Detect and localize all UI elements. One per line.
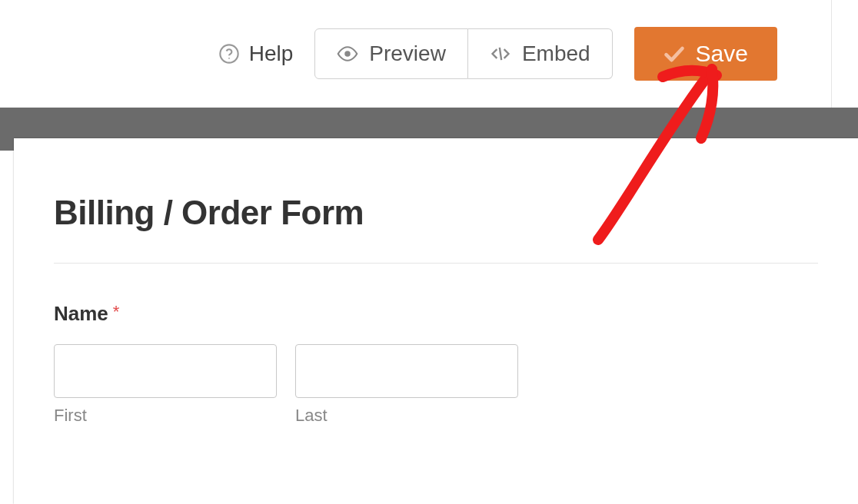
name-field-label: Name* (54, 302, 818, 326)
first-name-input[interactable] (54, 344, 277, 398)
eye-icon (337, 43, 358, 65)
name-inputs-row: First Last (54, 344, 818, 426)
divider (54, 263, 818, 264)
help-label: Help (249, 41, 294, 66)
last-name-column: Last (295, 344, 518, 426)
name-field: Name* First Last (54, 302, 818, 426)
preview-button[interactable]: Preview (314, 28, 468, 79)
svg-line-3 (500, 48, 501, 60)
embed-label: Embed (522, 41, 590, 66)
preview-embed-group: Preview Embed (314, 28, 612, 79)
name-label-text: Name (54, 302, 108, 325)
embed-button[interactable]: Embed (468, 28, 613, 79)
check-icon (663, 45, 685, 63)
last-name-input[interactable] (295, 344, 518, 398)
help-icon (218, 43, 240, 65)
svg-point-1 (228, 58, 230, 59)
code-icon (490, 43, 511, 65)
form-preview-panel: Billing / Order Form Name* First Last (14, 138, 858, 504)
save-label: Save (696, 41, 748, 67)
svg-point-0 (220, 45, 238, 62)
help-link[interactable]: Help (218, 41, 294, 66)
top-toolbar: Help Preview Embed Save (0, 0, 832, 108)
form-title: Billing / Order Form (54, 194, 818, 232)
first-name-column: First (54, 344, 277, 426)
last-name-sublabel: Last (295, 406, 518, 426)
svg-point-2 (345, 51, 351, 56)
first-name-sublabel: First (54, 406, 277, 426)
preview-label: Preview (369, 41, 446, 66)
save-button[interactable]: Save (634, 27, 777, 81)
required-asterisk: * (113, 302, 120, 321)
